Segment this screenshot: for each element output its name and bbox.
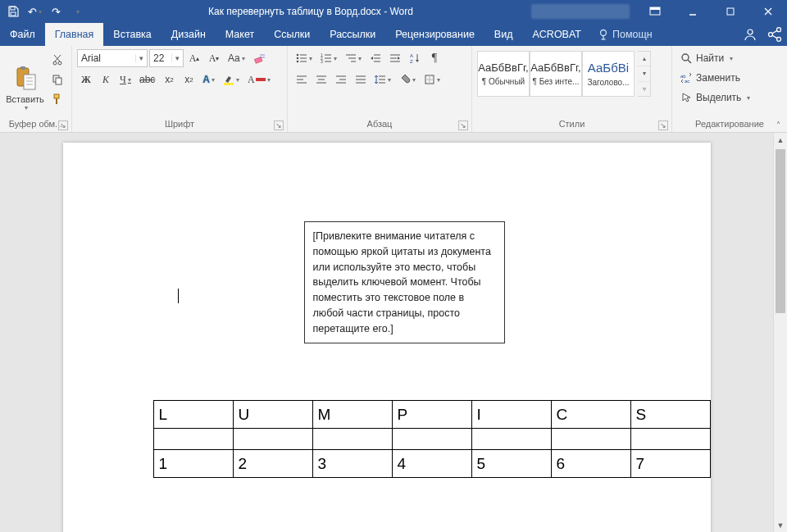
redo-icon[interactable]: ↷	[48, 3, 64, 20]
superscript-button[interactable]: x2	[180, 70, 198, 89]
document-page[interactable]: [Привлеките внимание читателя с помощью …	[63, 143, 711, 532]
table-cell[interactable]: 7	[630, 450, 710, 478]
tab-главная[interactable]: Главная	[45, 23, 104, 46]
undo-icon[interactable]: ↶▾	[26, 3, 43, 20]
table-cell[interactable]	[471, 429, 551, 450]
table-cell[interactable]: 6	[551, 450, 630, 478]
table-cell[interactable]: 3	[312, 450, 392, 478]
underline-button[interactable]: Ч▾	[116, 70, 134, 89]
format-painter-button[interactable]	[48, 90, 66, 108]
save-icon[interactable]	[5, 3, 21, 20]
group-font: Arial▾ 22▾ A▴ A▾ Aa▾ Ж К Ч▾ abc x2 x2 A▾…	[72, 46, 288, 132]
tab-файл[interactable]: Файл	[0, 23, 45, 46]
table-cell[interactable]	[153, 429, 233, 450]
shading-button[interactable]: ▾	[396, 70, 419, 89]
multilevel-list-button[interactable]: ▾	[342, 49, 365, 67]
ribbon-display-options-icon[interactable]	[636, 0, 674, 23]
font-name-combo[interactable]: Arial▾	[77, 49, 148, 67]
table-cell[interactable]: 4	[392, 450, 471, 478]
paragraph-dialog-launcher[interactable]: ↘	[458, 120, 468, 130]
style-gallery-scroll[interactable]: ▴▾▿	[638, 51, 651, 97]
tab-вставка[interactable]: Вставка	[103, 23, 161, 46]
highlight-button[interactable]: ▾	[220, 70, 243, 89]
find-button[interactable]: Найти▾	[677, 49, 753, 67]
show-marks-button[interactable]: ¶	[425, 49, 444, 67]
maximize-button[interactable]	[712, 0, 749, 23]
clipboard-dialog-launcher[interactable]: ↘	[58, 120, 68, 130]
table-cell[interactable]	[233, 429, 312, 450]
grow-font-button[interactable]: A▴	[185, 49, 203, 67]
close-button[interactable]	[749, 0, 787, 23]
font-size-combo[interactable]: 22▾	[149, 49, 184, 67]
tab-макет[interactable]: Макет	[216, 23, 264, 46]
table-cell[interactable]: P	[392, 401, 471, 429]
scroll-down-arrow[interactable]: ▼	[774, 518, 787, 532]
account-icon[interactable]	[738, 23, 762, 46]
svg-line-15	[772, 30, 777, 33]
align-center-button[interactable]	[312, 70, 330, 89]
scroll-up-arrow[interactable]: ▲	[774, 133, 787, 147]
decrease-indent-button[interactable]	[366, 49, 384, 67]
collapse-ribbon-button[interactable]: ˄	[772, 119, 784, 130]
tab-дизайн[interactable]: Дизайн	[161, 23, 216, 46]
callout-textbox[interactable]: [Привлеките внимание читателя с помощью …	[304, 221, 505, 343]
shrink-font-button[interactable]: A▾	[205, 49, 223, 67]
justify-button[interactable]	[352, 70, 370, 89]
table-cell[interactable]: 2	[233, 450, 312, 478]
style-gallery[interactable]: АаБбВвГг,¶ ОбычныйАаБбВвГг,¶ Без инте...…	[477, 51, 635, 97]
qat-customize-icon[interactable]: ▾	[69, 3, 85, 20]
sort-button[interactable]: AZ	[406, 49, 424, 67]
tell-me[interactable]: Помощн	[591, 23, 659, 46]
subscript-button[interactable]: x2	[160, 70, 178, 89]
style-card[interactable]: АаБбВвГг,¶ Без инте...	[530, 51, 582, 97]
font-color-button[interactable]: A▾	[244, 70, 274, 89]
paste-button[interactable]: Вставить ▾	[5, 49, 45, 113]
tab-ссылки[interactable]: Ссылки	[264, 23, 320, 46]
table-cell[interactable]: S	[630, 401, 710, 429]
line-spacing-button[interactable]: ▾	[371, 70, 394, 89]
scroll-thumb[interactable]	[776, 149, 785, 313]
copy-button[interactable]	[48, 70, 66, 89]
style-card[interactable]: АаБбВіЗаголово...	[582, 51, 635, 97]
document-scroll-area[interactable]: [Привлеките внимание читателя с помощью …	[0, 133, 773, 532]
table-cell[interactable]: 1	[153, 450, 233, 478]
styles-dialog-launcher[interactable]: ↘	[658, 120, 668, 130]
style-card[interactable]: АаБбВвГг,¶ Обычный	[477, 51, 530, 97]
vertical-scrollbar[interactable]: ▲ ▼	[773, 133, 787, 532]
table-cell[interactable]: M	[312, 401, 392, 429]
table-cell[interactable]: I	[471, 401, 551, 429]
table-cell[interactable]: 5	[471, 450, 551, 478]
table-cell[interactable]: C	[551, 401, 630, 429]
svg-text:3: 3	[321, 59, 323, 63]
replace-button[interactable]: abac Заменить	[677, 69, 753, 87]
svg-rect-5	[727, 8, 734, 15]
change-case-button[interactable]: Aa▾	[225, 49, 248, 67]
table-cell[interactable]: U	[233, 401, 312, 429]
tab-acrobat[interactable]: ACROBAT	[522, 23, 591, 46]
bold-button[interactable]: Ж	[77, 70, 95, 89]
document-table[interactable]: LUMPICS1234567	[153, 400, 711, 478]
cut-button[interactable]	[48, 51, 66, 69]
tab-вид[interactable]: Вид	[484, 23, 523, 46]
font-dialog-launcher[interactable]: ↘	[274, 120, 284, 130]
share-icon[interactable]	[762, 23, 787, 46]
align-right-button[interactable]	[332, 70, 350, 89]
borders-button[interactable]: ▾	[421, 70, 444, 89]
table-cell[interactable]	[392, 429, 471, 450]
increase-indent-button[interactable]	[386, 49, 404, 67]
bullets-button[interactable]: ▾	[293, 49, 316, 67]
table-cell[interactable]: L	[153, 401, 233, 429]
table-cell[interactable]	[312, 429, 392, 450]
clear-formatting-button[interactable]	[250, 49, 270, 67]
table-cell[interactable]	[630, 429, 710, 450]
align-left-button[interactable]	[293, 70, 311, 89]
tab-рецензирование[interactable]: Рецензирование	[385, 23, 484, 46]
italic-button[interactable]: К	[97, 70, 115, 89]
table-cell[interactable]	[551, 429, 630, 450]
numbering-button[interactable]: 123▾	[317, 49, 340, 67]
select-button[interactable]: Выделить▾	[677, 89, 753, 107]
text-effects-button[interactable]: A▾	[199, 70, 218, 89]
strikethrough-button[interactable]: abc	[136, 70, 158, 89]
tab-рассылки[interactable]: Рассылки	[320, 23, 385, 46]
minimize-button[interactable]	[674, 0, 712, 23]
